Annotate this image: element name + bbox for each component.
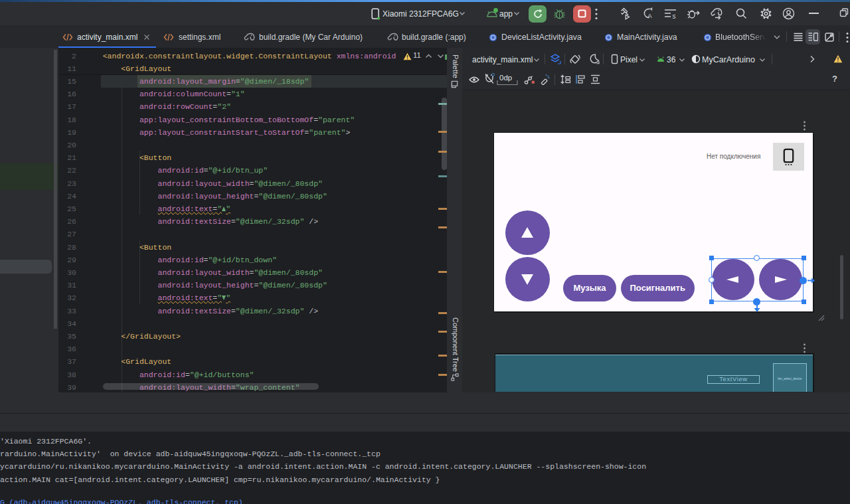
svg-text:s: s — [673, 13, 676, 20]
svg-text:A: A — [647, 12, 652, 19]
